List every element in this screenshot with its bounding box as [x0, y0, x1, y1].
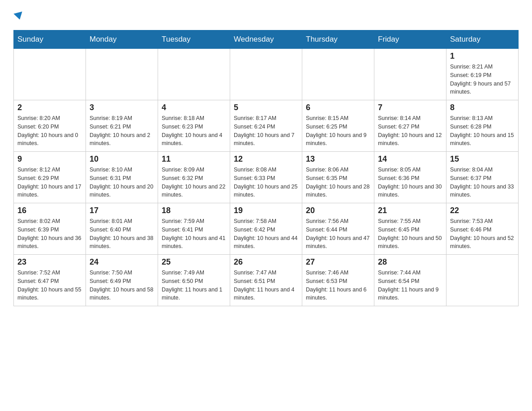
day-info: Sunrise: 8:04 AMSunset: 6:37 PMDaylight:… — [450, 166, 515, 199]
day-number: 28 — [378, 257, 442, 267]
calendar-cell — [374, 49, 446, 100]
col-header-friday: Friday — [374, 30, 446, 49]
calendar-cell: 26Sunrise: 7:47 AMSunset: 6:51 PMDayligh… — [230, 255, 302, 306]
logo-triangle-icon — [13, 11, 24, 21]
calendar-cell — [446, 255, 519, 306]
day-info: Sunrise: 7:59 AMSunset: 6:41 PMDaylight:… — [162, 217, 226, 251]
calendar-cell: 20Sunrise: 7:56 AMSunset: 6:44 PMDayligh… — [302, 203, 374, 255]
calendar-cell: 7Sunrise: 8:14 AMSunset: 6:27 PMDaylight… — [374, 100, 446, 152]
col-header-monday: Monday — [86, 30, 158, 49]
day-number: 10 — [90, 154, 154, 164]
day-number: 16 — [17, 206, 82, 215]
calendar-cell — [158, 49, 230, 100]
day-number: 20 — [306, 206, 370, 215]
day-number: 25 — [162, 257, 226, 267]
calendar-cell: 18Sunrise: 7:59 AMSunset: 6:41 PMDayligh… — [158, 203, 230, 255]
week-row-4: 16Sunrise: 8:02 AMSunset: 6:39 PMDayligh… — [14, 203, 519, 255]
logo — [13, 9, 24, 23]
calendar-cell — [302, 49, 374, 100]
week-row-3: 9Sunrise: 8:12 AMSunset: 6:29 PMDaylight… — [14, 152, 519, 203]
calendar-cell: 13Sunrise: 8:06 AMSunset: 6:35 PMDayligh… — [302, 152, 374, 203]
calendar-cell — [86, 49, 158, 100]
calendar-cell: 27Sunrise: 7:46 AMSunset: 6:53 PMDayligh… — [302, 255, 374, 306]
calendar-cell: 28Sunrise: 7:44 AMSunset: 6:54 PMDayligh… — [374, 255, 446, 306]
calendar-cell: 2Sunrise: 8:20 AMSunset: 6:20 PMDaylight… — [14, 100, 86, 152]
calendar-cell: 24Sunrise: 7:50 AMSunset: 6:49 PMDayligh… — [86, 255, 158, 306]
day-info: Sunrise: 7:58 AMSunset: 6:42 PMDaylight:… — [234, 217, 298, 251]
calendar-cell: 5Sunrise: 8:17 AMSunset: 6:24 PMDaylight… — [230, 100, 302, 152]
day-number: 14 — [378, 154, 442, 164]
calendar-table: SundayMondayTuesdayWednesdayThursdayFrid… — [13, 30, 519, 306]
day-number: 1 — [450, 51, 515, 61]
day-info: Sunrise: 8:14 AMSunset: 6:27 PMDaylight:… — [378, 114, 442, 148]
day-info: Sunrise: 7:56 AMSunset: 6:44 PMDaylight:… — [306, 217, 370, 251]
day-info: Sunrise: 8:08 AMSunset: 6:33 PMDaylight:… — [234, 166, 298, 199]
day-number: 18 — [162, 206, 226, 215]
day-info: Sunrise: 8:15 AMSunset: 6:25 PMDaylight:… — [306, 114, 370, 148]
calendar-cell — [230, 49, 302, 100]
day-number: 21 — [378, 206, 442, 215]
day-info: Sunrise: 8:13 AMSunset: 6:28 PMDaylight:… — [450, 114, 515, 148]
day-info: Sunrise: 8:17 AMSunset: 6:24 PMDaylight:… — [234, 114, 298, 148]
week-row-1: 1Sunrise: 8:21 AMSunset: 6:19 PMDaylight… — [14, 49, 519, 100]
day-number: 5 — [234, 103, 298, 112]
day-number: 27 — [306, 257, 370, 267]
day-info: Sunrise: 8:09 AMSunset: 6:32 PMDaylight:… — [162, 166, 226, 199]
day-number: 2 — [17, 103, 82, 112]
calendar-cell: 14Sunrise: 8:05 AMSunset: 6:36 PMDayligh… — [374, 152, 446, 203]
calendar-cell: 11Sunrise: 8:09 AMSunset: 6:32 PMDayligh… — [158, 152, 230, 203]
col-header-saturday: Saturday — [446, 30, 519, 49]
col-header-tuesday: Tuesday — [158, 30, 230, 49]
calendar-cell — [14, 49, 86, 100]
day-number: 24 — [90, 257, 154, 267]
day-info: Sunrise: 8:01 AMSunset: 6:40 PMDaylight:… — [90, 217, 154, 251]
day-info: Sunrise: 7:55 AMSunset: 6:45 PMDaylight:… — [378, 217, 442, 251]
day-info: Sunrise: 7:52 AMSunset: 6:47 PMDaylight:… — [17, 269, 82, 302]
day-number: 9 — [17, 154, 82, 164]
calendar-cell: 19Sunrise: 7:58 AMSunset: 6:42 PMDayligh… — [230, 203, 302, 255]
calendar-cell: 15Sunrise: 8:04 AMSunset: 6:37 PMDayligh… — [446, 152, 519, 203]
col-header-wednesday: Wednesday — [230, 30, 302, 49]
day-info: Sunrise: 7:44 AMSunset: 6:54 PMDaylight:… — [378, 269, 442, 302]
calendar-cell: 3Sunrise: 8:19 AMSunset: 6:21 PMDaylight… — [86, 100, 158, 152]
week-row-2: 2Sunrise: 8:20 AMSunset: 6:20 PMDaylight… — [14, 100, 519, 152]
calendar-cell: 22Sunrise: 7:53 AMSunset: 6:46 PMDayligh… — [446, 203, 519, 255]
day-number: 4 — [162, 103, 226, 112]
day-info: Sunrise: 8:21 AMSunset: 6:19 PMDaylight:… — [450, 63, 515, 96]
calendar-cell: 1Sunrise: 8:21 AMSunset: 6:19 PMDaylight… — [446, 49, 519, 100]
day-info: Sunrise: 8:19 AMSunset: 6:21 PMDaylight:… — [90, 114, 154, 148]
calendar-cell: 12Sunrise: 8:08 AMSunset: 6:33 PMDayligh… — [230, 152, 302, 203]
day-number: 22 — [450, 206, 515, 215]
calendar-cell: 4Sunrise: 8:18 AMSunset: 6:23 PMDaylight… — [158, 100, 230, 152]
day-info: Sunrise: 8:02 AMSunset: 6:39 PMDaylight:… — [17, 217, 82, 251]
calendar-cell: 6Sunrise: 8:15 AMSunset: 6:25 PMDaylight… — [302, 100, 374, 152]
calendar-cell: 9Sunrise: 8:12 AMSunset: 6:29 PMDaylight… — [14, 152, 86, 203]
day-info: Sunrise: 7:53 AMSunset: 6:46 PMDaylight:… — [450, 217, 515, 251]
day-info: Sunrise: 7:46 AMSunset: 6:53 PMDaylight:… — [306, 269, 370, 302]
calendar-cell: 10Sunrise: 8:10 AMSunset: 6:31 PMDayligh… — [86, 152, 158, 203]
calendar-cell: 21Sunrise: 7:55 AMSunset: 6:45 PMDayligh… — [374, 203, 446, 255]
day-info: Sunrise: 8:12 AMSunset: 6:29 PMDaylight:… — [17, 166, 82, 199]
calendar-cell: 23Sunrise: 7:52 AMSunset: 6:47 PMDayligh… — [14, 255, 86, 306]
day-number: 15 — [450, 154, 515, 164]
day-info: Sunrise: 7:49 AMSunset: 6:50 PMDaylight:… — [162, 269, 226, 302]
day-number: 12 — [234, 154, 298, 164]
day-number: 23 — [17, 257, 82, 267]
calendar-cell: 8Sunrise: 8:13 AMSunset: 6:28 PMDaylight… — [446, 100, 519, 152]
day-info: Sunrise: 8:20 AMSunset: 6:20 PMDaylight:… — [17, 114, 82, 148]
day-number: 26 — [234, 257, 298, 267]
day-number: 11 — [162, 154, 226, 164]
day-info: Sunrise: 8:05 AMSunset: 6:36 PMDaylight:… — [378, 166, 442, 199]
day-number: 13 — [306, 154, 370, 164]
day-info: Sunrise: 7:50 AMSunset: 6:49 PMDaylight:… — [90, 269, 154, 302]
day-info: Sunrise: 8:18 AMSunset: 6:23 PMDaylight:… — [162, 114, 226, 148]
col-header-sunday: Sunday — [14, 30, 86, 49]
calendar-cell: 17Sunrise: 8:01 AMSunset: 6:40 PMDayligh… — [86, 203, 158, 255]
day-number: 8 — [450, 103, 515, 112]
day-info: Sunrise: 7:47 AMSunset: 6:51 PMDaylight:… — [234, 269, 298, 302]
calendar-cell: 16Sunrise: 8:02 AMSunset: 6:39 PMDayligh… — [14, 203, 86, 255]
day-info: Sunrise: 8:06 AMSunset: 6:35 PMDaylight:… — [306, 166, 370, 199]
week-row-5: 23Sunrise: 7:52 AMSunset: 6:47 PMDayligh… — [14, 255, 519, 306]
logo-text — [13, 9, 24, 23]
col-header-thursday: Thursday — [302, 30, 374, 49]
